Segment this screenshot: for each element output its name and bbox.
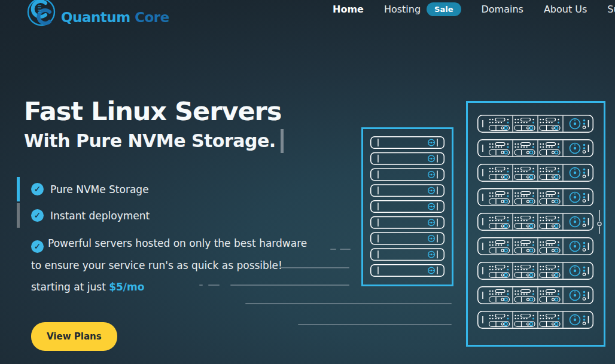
- description-line-1: Powerful servers hosted on only the best…: [48, 237, 307, 249]
- speed-line: [330, 249, 336, 250]
- description-line-3: starting at just: [31, 281, 109, 293]
- nav-item-hosting[interactable]: HostingSale: [384, 2, 461, 16]
- check-icon: ✓: [31, 209, 44, 222]
- feature-list: ✓ Pure NVMe Storage ✓ Instant deployment: [24, 177, 347, 228]
- landing-page: Quantum Core Home HostingSale Domains Ab…: [0, 0, 615, 364]
- small-server-rack-illustration: [361, 127, 453, 286]
- description-line-2: to ensure your service run's as quick as…: [31, 259, 282, 271]
- brand-logo[interactable]: Quantum Core: [22, 0, 169, 32]
- speed-line: [230, 285, 349, 286]
- nav-item-support[interactable]: Support: [607, 4, 615, 15]
- nav-item-domains[interactable]: Domains: [482, 4, 523, 15]
- speed-line: [270, 267, 273, 268]
- hero-subtitle: With Pure NVMe Storage.: [24, 129, 347, 153]
- speed-line: [281, 267, 349, 268]
- speed-line: [340, 249, 351, 250]
- price-text: $5/mo: [109, 281, 144, 293]
- feature-item-nvme: ✓ Pure NVMe Storage: [24, 177, 347, 201]
- qc-monogram-icon: [22, 0, 60, 32]
- brand-name-secondary: Core: [135, 10, 169, 25]
- hero-section: Fast Linux Servers With Pure NVMe Storag…: [24, 94, 347, 351]
- feature-accent-bar: [17, 203, 20, 228]
- view-plans-button[interactable]: View Plans: [31, 322, 117, 351]
- typing-caret: [281, 129, 284, 153]
- check-icon: ✓: [31, 240, 44, 253]
- hero-description: ✓Powerful servers hosted on only the bes…: [24, 233, 311, 298]
- slider-decoration: [596, 210, 602, 235]
- header: Quantum Core Home HostingSale Domains Ab…: [0, 0, 615, 33]
- brand-name: Quantum Core: [61, 10, 169, 25]
- nav-item-about-us[interactable]: About Us: [544, 4, 587, 15]
- speed-line: [245, 303, 452, 304]
- nav-item-home[interactable]: Home: [333, 4, 364, 15]
- speed-line: [208, 285, 220, 286]
- brand-name-primary: Quantum: [61, 10, 130, 25]
- feature-label: Instant deployment: [50, 210, 150, 222]
- hero-title: Fast Linux Servers: [24, 94, 347, 128]
- speed-line: [199, 285, 203, 286]
- feature-item-deployment: ✓ Instant deployment: [24, 203, 347, 228]
- feature-label: Pure NVMe Storage: [50, 183, 149, 195]
- sale-badge: Sale: [427, 2, 461, 16]
- feature-accent-bar: [17, 177, 20, 201]
- speed-line: [298, 324, 452, 325]
- big-server-rack-illustration: [466, 101, 605, 347]
- main-nav: Home HostingSale Domains About Us Suppor…: [333, 0, 615, 18]
- check-icon: ✓: [31, 183, 44, 195]
